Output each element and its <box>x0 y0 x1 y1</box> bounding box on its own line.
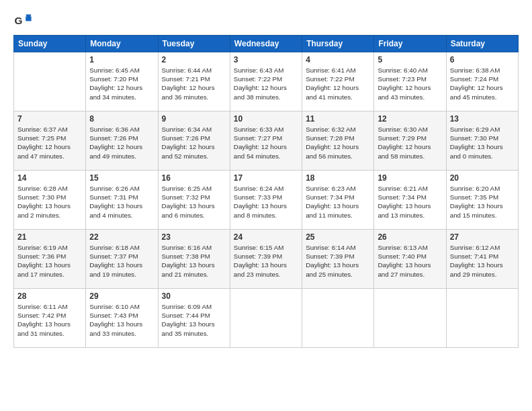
day-number: 28 <box>17 291 82 301</box>
logo: G <box>13 11 35 30</box>
calendar-cell: 6Sunrise: 6:38 AMSunset: 7:24 PMDaylight… <box>446 52 518 111</box>
calendar-cell <box>446 289 518 348</box>
calendar-cell: 19Sunrise: 6:21 AMSunset: 7:34 PMDayligh… <box>374 171 446 230</box>
day-info: Sunrise: 6:21 AMSunset: 7:34 PMDaylight:… <box>378 184 442 220</box>
calendar-cell <box>302 289 374 348</box>
day-info: Sunrise: 6:26 AMSunset: 7:31 PMDaylight:… <box>89 184 154 220</box>
calendar-cell: 4Sunrise: 6:41 AMSunset: 7:22 PMDaylight… <box>302 52 374 111</box>
calendar-header: SundayMondayTuesdayWednesdayThursdayFrid… <box>14 36 519 52</box>
weekday-header-saturday: Saturday <box>446 36 518 52</box>
day-number: 22 <box>89 232 154 242</box>
calendar-cell: 12Sunrise: 6:30 AMSunset: 7:29 PMDayligh… <box>374 111 446 171</box>
day-info: Sunrise: 6:28 AMSunset: 7:30 PMDaylight:… <box>17 184 82 220</box>
svg-text:G: G <box>14 15 22 26</box>
calendar-cell: 1Sunrise: 6:45 AMSunset: 7:20 PMDaylight… <box>86 52 158 111</box>
day-info: Sunrise: 6:41 AMSunset: 7:22 PMDaylight:… <box>306 66 370 101</box>
calendar-cell: 30Sunrise: 6:09 AMSunset: 7:44 PMDayligh… <box>158 289 230 348</box>
calendar-cell: 18Sunrise: 6:23 AMSunset: 7:34 PMDayligh… <box>302 171 374 230</box>
day-info: Sunrise: 6:24 AMSunset: 7:33 PMDaylight:… <box>234 184 298 220</box>
calendar-page: G SundayMondayTuesdayWednesdayThursdayFr… <box>0 0 532 355</box>
day-info: Sunrise: 6:18 AMSunset: 7:37 PMDaylight:… <box>89 243 154 279</box>
calendar-cell: 23Sunrise: 6:16 AMSunset: 7:38 PMDayligh… <box>158 230 230 289</box>
calendar-cell: 7Sunrise: 6:37 AMSunset: 7:25 PMDaylight… <box>14 111 86 171</box>
calendar-cell: 3Sunrise: 6:43 AMSunset: 7:22 PMDaylight… <box>230 52 302 111</box>
calendar-cell <box>230 289 302 348</box>
day-number: 1 <box>89 55 154 64</box>
day-info: Sunrise: 6:10 AMSunset: 7:43 PMDaylight:… <box>89 302 154 338</box>
day-info: Sunrise: 6:44 AMSunset: 7:21 PMDaylight:… <box>162 66 226 101</box>
day-number: 29 <box>89 291 154 301</box>
weekday-header-monday: Monday <box>86 36 158 52</box>
calendar-cell: 13Sunrise: 6:29 AMSunset: 7:30 PMDayligh… <box>446 111 518 171</box>
logo-icon: G <box>13 11 32 30</box>
calendar-cell: 25Sunrise: 6:14 AMSunset: 7:39 PMDayligh… <box>302 230 374 289</box>
day-number: 7 <box>17 114 82 124</box>
day-number: 18 <box>306 173 370 183</box>
day-info: Sunrise: 6:43 AMSunset: 7:22 PMDaylight:… <box>234 66 298 101</box>
calendar-cell: 9Sunrise: 6:34 AMSunset: 7:26 PMDaylight… <box>158 111 230 171</box>
day-info: Sunrise: 6:15 AMSunset: 7:39 PMDaylight:… <box>234 243 298 279</box>
calendar-cell: 17Sunrise: 6:24 AMSunset: 7:33 PMDayligh… <box>230 171 302 230</box>
calendar-cell: 21Sunrise: 6:19 AMSunset: 7:36 PMDayligh… <box>14 230 86 289</box>
day-info: Sunrise: 6:25 AMSunset: 7:32 PMDaylight:… <box>162 184 226 220</box>
calendar-cell: 8Sunrise: 6:36 AMSunset: 7:26 PMDaylight… <box>86 111 158 171</box>
calendar-cell <box>14 52 86 111</box>
calendar-cell: 26Sunrise: 6:13 AMSunset: 7:40 PMDayligh… <box>374 230 446 289</box>
header: G <box>13 11 519 30</box>
calendar-cell: 24Sunrise: 6:15 AMSunset: 7:39 PMDayligh… <box>230 230 302 289</box>
calendar-week-4: 21Sunrise: 6:19 AMSunset: 7:36 PMDayligh… <box>14 230 519 289</box>
day-number: 3 <box>234 55 298 64</box>
day-number: 15 <box>89 173 154 183</box>
day-number: 4 <box>306 55 370 64</box>
day-number: 25 <box>306 232 370 242</box>
day-number: 24 <box>234 232 298 242</box>
day-info: Sunrise: 6:11 AMSunset: 7:42 PMDaylight:… <box>17 302 82 338</box>
day-info: Sunrise: 6:38 AMSunset: 7:24 PMDaylight:… <box>450 66 515 101</box>
day-info: Sunrise: 6:32 AMSunset: 7:28 PMDaylight:… <box>306 125 370 161</box>
weekday-header-friday: Friday <box>374 36 446 52</box>
calendar-cell: 10Sunrise: 6:33 AMSunset: 7:27 PMDayligh… <box>230 111 302 171</box>
calendar-cell: 16Sunrise: 6:25 AMSunset: 7:32 PMDayligh… <box>158 171 230 230</box>
calendar-week-2: 7Sunrise: 6:37 AMSunset: 7:25 PMDaylight… <box>14 111 519 171</box>
day-info: Sunrise: 6:23 AMSunset: 7:34 PMDaylight:… <box>306 184 370 220</box>
day-number: 13 <box>450 114 515 124</box>
svg-marker-3 <box>26 16 31 21</box>
weekday-header-wednesday: Wednesday <box>230 36 302 52</box>
day-number: 14 <box>17 173 82 183</box>
day-info: Sunrise: 6:45 AMSunset: 7:20 PMDaylight:… <box>89 66 154 101</box>
day-info: Sunrise: 6:13 AMSunset: 7:40 PMDaylight:… <box>378 243 442 279</box>
calendar-cell: 22Sunrise: 6:18 AMSunset: 7:37 PMDayligh… <box>86 230 158 289</box>
calendar-cell: 11Sunrise: 6:32 AMSunset: 7:28 PMDayligh… <box>302 111 374 171</box>
day-info: Sunrise: 6:14 AMSunset: 7:39 PMDaylight:… <box>306 243 370 279</box>
day-info: Sunrise: 6:33 AMSunset: 7:27 PMDaylight:… <box>234 125 298 161</box>
calendar-table: SundayMondayTuesdayWednesdayThursdayFrid… <box>13 35 519 348</box>
calendar-cell: 29Sunrise: 6:10 AMSunset: 7:43 PMDayligh… <box>86 289 158 348</box>
day-number: 10 <box>234 114 298 124</box>
calendar-cell: 5Sunrise: 6:40 AMSunset: 7:23 PMDaylight… <box>374 52 446 111</box>
day-number: 16 <box>162 173 226 183</box>
day-info: Sunrise: 6:30 AMSunset: 7:29 PMDaylight:… <box>378 125 442 161</box>
weekday-header-thursday: Thursday <box>302 36 374 52</box>
day-number: 26 <box>378 232 442 242</box>
calendar-cell: 2Sunrise: 6:44 AMSunset: 7:21 PMDaylight… <box>158 52 230 111</box>
calendar-cell: 20Sunrise: 6:20 AMSunset: 7:35 PMDayligh… <box>446 171 518 230</box>
calendar-cell: 14Sunrise: 6:28 AMSunset: 7:30 PMDayligh… <box>14 171 86 230</box>
calendar-cell: 27Sunrise: 6:12 AMSunset: 7:41 PMDayligh… <box>446 230 518 289</box>
day-number: 11 <box>306 114 370 124</box>
day-info: Sunrise: 6:19 AMSunset: 7:36 PMDaylight:… <box>17 243 82 279</box>
calendar-week-1: 1Sunrise: 6:45 AMSunset: 7:20 PMDaylight… <box>14 52 519 111</box>
day-number: 27 <box>450 232 515 242</box>
day-number: 19 <box>378 173 442 183</box>
weekday-header-sunday: Sunday <box>14 36 86 52</box>
day-number: 20 <box>450 173 515 183</box>
calendar-cell: 28Sunrise: 6:11 AMSunset: 7:42 PMDayligh… <box>14 289 86 348</box>
day-number: 30 <box>162 291 226 301</box>
day-number: 21 <box>17 232 82 242</box>
day-info: Sunrise: 6:40 AMSunset: 7:23 PMDaylight:… <box>378 66 442 101</box>
day-number: 12 <box>378 114 442 124</box>
day-info: Sunrise: 6:09 AMSunset: 7:44 PMDaylight:… <box>162 302 226 338</box>
day-number: 9 <box>162 114 226 124</box>
calendar-cell: 15Sunrise: 6:26 AMSunset: 7:31 PMDayligh… <box>86 171 158 230</box>
day-info: Sunrise: 6:36 AMSunset: 7:26 PMDaylight:… <box>89 125 154 161</box>
day-number: 8 <box>89 114 154 124</box>
